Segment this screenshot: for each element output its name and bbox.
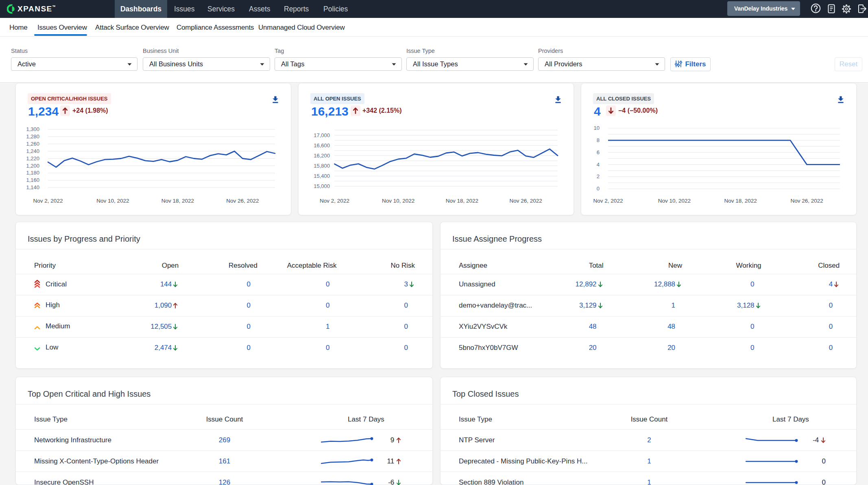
svg-text:1,240: 1,240 bbox=[26, 148, 39, 154]
svg-text:15,000: 15,000 bbox=[314, 183, 330, 189]
svg-text:Nov 2, 2022: Nov 2, 2022 bbox=[33, 198, 63, 204]
svg-text:1,140: 1,140 bbox=[26, 184, 39, 190]
svg-text:15,800: 15,800 bbox=[314, 163, 330, 169]
svg-text:1,300: 1,300 bbox=[26, 126, 39, 132]
svg-text:Nov 26, 2022: Nov 26, 2022 bbox=[509, 198, 542, 204]
svg-text:Nov 10, 2022: Nov 10, 2022 bbox=[96, 198, 129, 204]
svg-text:1,220: 1,220 bbox=[26, 155, 39, 162]
svg-text:16,200: 16,200 bbox=[314, 153, 330, 159]
svg-text:6: 6 bbox=[597, 149, 600, 155]
svg-text:2: 2 bbox=[597, 173, 600, 179]
svg-text:0: 0 bbox=[597, 186, 600, 192]
svg-text:1,260: 1,260 bbox=[26, 141, 39, 147]
svg-text:1,280: 1,280 bbox=[26, 133, 39, 140]
svg-text:Nov 26, 2022: Nov 26, 2022 bbox=[790, 198, 823, 204]
svg-text:1,180: 1,180 bbox=[26, 170, 39, 176]
svg-text:8: 8 bbox=[597, 137, 600, 143]
svg-text:17,000: 17,000 bbox=[314, 132, 330, 138]
svg-text:15,400: 15,400 bbox=[314, 173, 330, 179]
svg-text:Nov 18, 2022: Nov 18, 2022 bbox=[724, 198, 757, 204]
svg-text:Nov 10, 2022: Nov 10, 2022 bbox=[658, 198, 691, 204]
svg-text:Nov 10, 2022: Nov 10, 2022 bbox=[382, 198, 414, 204]
svg-text:Nov 26, 2022: Nov 26, 2022 bbox=[226, 198, 259, 204]
svg-text:Nov 2, 2022: Nov 2, 2022 bbox=[320, 198, 349, 204]
svg-text:Nov 2, 2022: Nov 2, 2022 bbox=[593, 198, 623, 204]
svg-text:10: 10 bbox=[594, 125, 600, 131]
svg-text:4: 4 bbox=[597, 162, 600, 168]
svg-text:Nov 18, 2022: Nov 18, 2022 bbox=[446, 198, 478, 204]
svg-text:Nov 18, 2022: Nov 18, 2022 bbox=[161, 198, 194, 204]
svg-text:1,200: 1,200 bbox=[26, 163, 39, 169]
svg-text:1,160: 1,160 bbox=[26, 177, 39, 183]
svg-text:16,600: 16,600 bbox=[314, 142, 330, 149]
